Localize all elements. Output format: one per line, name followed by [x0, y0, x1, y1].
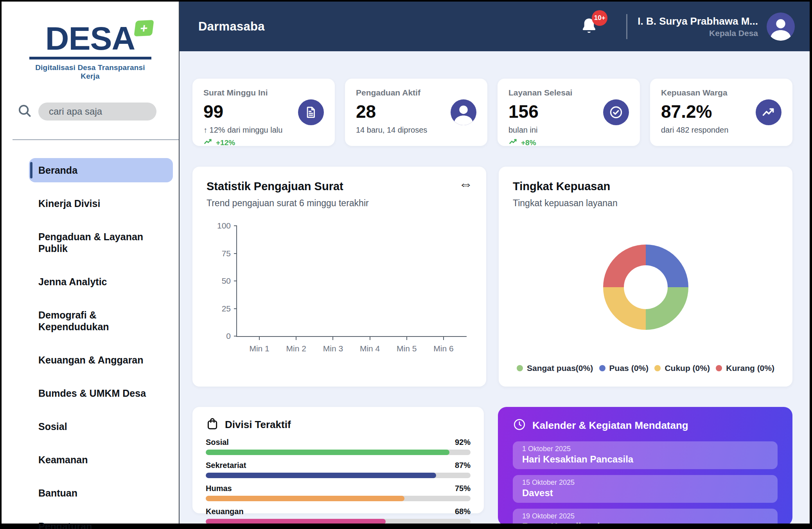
- sidebar-item-keamanan[interactable]: Keamanan: [29, 448, 173, 472]
- progress-track: [206, 519, 471, 524]
- stat-info: Kepuasan Warga87.2%dari 482 responden: [661, 88, 728, 137]
- sidebar-item-sosial[interactable]: Sosial: [29, 414, 173, 439]
- user-info[interactable]: I. B. Surya Prabhawa M... Kepala Desa: [638, 15, 758, 38]
- division-row-header: Sosial92%: [206, 438, 471, 447]
- divisions-title: Divisi Teraktif: [225, 419, 291, 431]
- event-row-hari-kesaktian-pancasila: 1 Oktober 2025Hari Kesaktian Pancasila: [513, 441, 778, 469]
- document-icon: [298, 99, 324, 125]
- legend-dot: [517, 365, 523, 371]
- donut-legend: Sangat puas(0%)Puas (0%)Cukup (0%)Kurang…: [513, 363, 778, 373]
- sidebar-item-bumdes-umkm-desa[interactable]: Bumdes & UMKM Desa: [29, 381, 173, 405]
- division-label: Sekretariat: [206, 461, 246, 470]
- y-tick-label: 0: [226, 331, 231, 341]
- legend-dot: [716, 365, 722, 371]
- stat-subtitle: bulan ini: [508, 126, 572, 135]
- stat-trend-value: +8%: [521, 139, 536, 147]
- progress-fill: [206, 450, 449, 455]
- legend-item-cukup-0: Cukup (0%): [654, 363, 710, 373]
- stat-card-kepuasan-warga: Kepuasan Warga87.2%dari 482 responden: [650, 79, 792, 146]
- sidebar-item-beranda[interactable]: Beranda: [29, 158, 173, 182]
- y-tick-mark: [234, 253, 237, 254]
- stat-info: Pengaduan Aktif2814 baru, 14 diproses: [356, 88, 427, 137]
- bottom-row: Divisi Teraktif Sosial92%Sekretariat87%H…: [192, 407, 792, 524]
- calendar-title: Kalender & Kegiatan Mendatang: [532, 419, 688, 432]
- sidebar-item-demografi-kependudukan[interactable]: Demografi & Kependudukan: [29, 303, 173, 339]
- x-slot: Min 5: [388, 337, 425, 353]
- sidebar-item-bantuan[interactable]: Bantuan: [29, 481, 173, 505]
- stat-value: 99: [203, 101, 282, 122]
- top-header: Darmasaba 10+ I. B. Surya Prabhawa M... …: [180, 2, 810, 51]
- stat-card-pengaduan-aktif: Pengaduan Aktif2814 baru, 14 diproses: [345, 79, 487, 146]
- person-icon: [451, 99, 476, 125]
- header-divider: [626, 14, 627, 39]
- sidebar-item-jenna-analytic[interactable]: Jenna Analytic: [29, 270, 173, 294]
- sidebar-item-pengaduan-layanan-publik[interactable]: Pengaduan & Layanan Publik: [29, 225, 173, 261]
- division-row-humas: Humas75%: [206, 484, 471, 501]
- division-row-sekretariat: Sekretariat87%: [206, 461, 471, 478]
- user-avatar[interactable]: [767, 13, 795, 41]
- stat-title: Kepuasan Warga: [661, 88, 728, 97]
- x-axis-label: Min 3: [323, 344, 343, 353]
- trending-up-icon: [756, 99, 781, 125]
- stat-trend-value: +12%: [216, 139, 235, 147]
- logo-underline: [29, 57, 151, 59]
- sidebar-item-keuangan-anggaran[interactable]: Keuangan & Anggaran: [29, 348, 173, 372]
- progress-fill: [206, 519, 386, 524]
- calendar-header: Kalender & Kegiatan Mendatang: [513, 418, 778, 433]
- sidebar-item-kinerja-divisi[interactable]: Kinerja Divisi: [29, 191, 173, 216]
- logo-row: DESA +: [45, 22, 135, 55]
- sidebar-item-label: Bantuan: [38, 488, 77, 498]
- progress-fill: [206, 496, 404, 501]
- legend-item-sangat-puas-0: Sangat puas(0%): [517, 363, 593, 373]
- y-tick-label: 25: [222, 304, 231, 313]
- resize-arrows-icon[interactable]: ⇔: [459, 177, 473, 191]
- sidebar-item-pengaturan[interactable]: Pengaturan: [29, 514, 173, 529]
- page-title: Darmasaba: [198, 20, 265, 34]
- event-list: 1 Oktober 2025Hari Kesaktian Pancasila15…: [513, 441, 778, 524]
- stat-subtitle: 14 baru, 14 diproses: [356, 126, 427, 135]
- x-slot: Min 1: [241, 337, 278, 353]
- x-tick-mark: [296, 337, 296, 340]
- sidebar-item-label: Sosial: [38, 421, 67, 432]
- stat-value: 87.2%: [661, 101, 728, 122]
- division-percent: 75%: [455, 484, 471, 493]
- x-axis-label: Min 5: [397, 344, 417, 353]
- stat-card-surat-minggu-ini: Surat Minggu Ini99↑ 12% dari minggu lalu…: [192, 79, 335, 146]
- donut-chart-card: Tingkat Kepuasan Tingkat kepuasan layana…: [499, 167, 792, 387]
- x-slot: Min 3: [314, 337, 351, 353]
- stat-title: Pengaduan Aktif: [356, 88, 427, 97]
- donut-chart: [603, 245, 688, 330]
- charts-row: Statistik Pengajuan Surat Trend pengajua…: [192, 167, 792, 387]
- logo-plus-icon: +: [134, 20, 154, 36]
- stat-card-row: Surat Minggu Ini99↑ 12% dari minggu lalu…: [192, 79, 792, 146]
- event-name: Davest: [522, 488, 768, 498]
- stat-title: Layanan Selesai: [508, 88, 572, 97]
- sidebar-item-label: Pengaduan & Layanan Publik: [38, 231, 143, 254]
- bell-icon: [580, 30, 598, 36]
- header-right: 10+ I. B. Surya Prabhawa M... Kepala Des…: [580, 13, 795, 41]
- stat-value: 28: [356, 101, 427, 122]
- search-row: [17, 103, 179, 121]
- notification-bell[interactable]: 10+: [580, 16, 598, 37]
- bar-chart-plot: 0255075100: [236, 226, 467, 337]
- bar-chart-title: Statistik Pengajuan Surat: [207, 180, 472, 193]
- y-tick-mark: [234, 308, 237, 309]
- sidebar-menu: BerandaKinerja DivisiPengaduan & Layanan…: [29, 158, 173, 529]
- x-tick-mark: [332, 337, 333, 340]
- x-tick-mark: [406, 337, 407, 340]
- x-tick-mark: [370, 337, 370, 340]
- x-axis-labels: Min 1Min 2Min 3Min 4Min 5Min 6: [236, 337, 467, 353]
- progress-track: [206, 473, 471, 478]
- division-row-header: Humas75%: [206, 484, 471, 493]
- stat-trend: +8%: [508, 137, 572, 148]
- division-label: Keuangan: [206, 507, 244, 516]
- stat-subtitle: dari 482 responden: [661, 126, 728, 135]
- legend-dot: [599, 365, 605, 371]
- legend-item-puas-0: Puas (0%): [599, 363, 649, 373]
- event-date: 1 Oktober 2025: [522, 445, 768, 453]
- sidebar-item-label: Jenna Analytic: [38, 276, 107, 287]
- search-input[interactable]: [38, 103, 156, 121]
- sidebar: DESA + Digitalisasi Desa Transparansi Ke…: [2, 2, 180, 524]
- progress-track: [206, 496, 471, 501]
- sidebar-item-label: Keuangan & Anggaran: [38, 354, 144, 365]
